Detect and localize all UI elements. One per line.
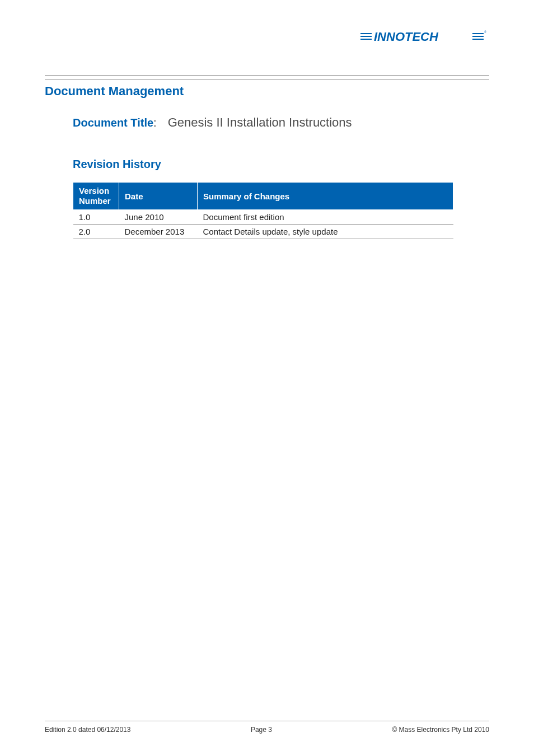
svg-rect-2 (360, 39, 372, 40)
cell-summary: Contact Details update, style update (198, 225, 453, 239)
section-title: Document Management (45, 84, 489, 99)
svg-rect-0 (360, 33, 372, 34)
table-row: 2.0 December 2013 Contact Details update… (73, 225, 453, 239)
cell-summary: Document first edition (198, 210, 453, 225)
svg-text:INNOTECH: INNOTECH (374, 30, 439, 44)
footer-page: Page 3 (251, 726, 272, 734)
document-title-colon: : (153, 116, 157, 129)
svg-rect-4 (472, 33, 484, 34)
table-row: 1.0 June 2010 Document first edition (73, 210, 453, 225)
cell-version: 1.0 (73, 210, 119, 225)
cell-version: 2.0 (73, 225, 119, 239)
footer-edition: Edition 2.0 dated 06/12/2013 (45, 726, 130, 734)
table-header-summary: Summary of Changes (198, 183, 453, 210)
svg-rect-1 (360, 36, 372, 37)
footer-copyright: © Mass Electronics Pty Ltd 2010 (392, 726, 489, 734)
revision-history-table: Version Number Date Summary of Changes 1… (73, 182, 453, 239)
table-header-version: Version Number (73, 183, 119, 210)
svg-rect-6 (472, 39, 484, 40)
svg-rect-5 (472, 36, 484, 37)
divider (45, 75, 489, 80)
document-title-value: Genesis II Installation Instructions (168, 115, 352, 130)
document-title-row: Document Title: Genesis II Installation … (73, 115, 489, 130)
document-title-label: Document Title (73, 116, 153, 129)
cell-date: December 2013 (119, 225, 198, 239)
svg-text:®: ® (484, 30, 486, 34)
revision-history-title: Revision History (73, 158, 489, 171)
innotech-logo: INNOTECH ® (360, 28, 489, 47)
logo-container: INNOTECH ® (45, 28, 489, 47)
cell-date: June 2010 (119, 210, 198, 225)
table-header-date: Date (119, 183, 198, 210)
footer: Edition 2.0 dated 06/12/2013 Page 3 © Ma… (45, 721, 489, 734)
